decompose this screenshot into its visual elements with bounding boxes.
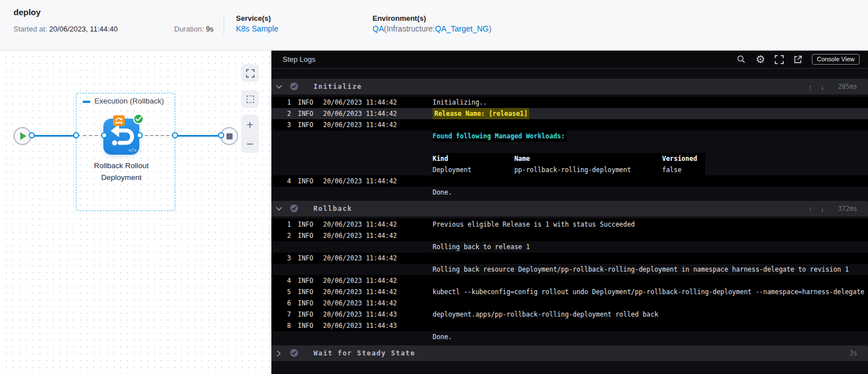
log-panel-title: Step Logs: [283, 55, 316, 64]
infrastructure-suffix: ): [489, 24, 492, 33]
infrastructure-prefix: (Infrastructure:: [384, 24, 435, 33]
log-row: 7INFO20/06/2023 11:44:43deployment.apps/…: [271, 309, 868, 320]
chevron-right-icon[interactable]: [277, 350, 281, 357]
environments-label: Environment(s): [372, 14, 426, 22]
log-row: 1INFO20/06/2023 11:44:42Initializing..: [271, 97, 868, 108]
search-icon[interactable]: [737, 55, 746, 64]
log-message: Done.: [433, 331, 452, 343]
log-line-number: 6: [271, 298, 291, 309]
started-at-value: 20/06/2023, 11:44:40: [49, 25, 118, 33]
log-level: INFO: [298, 175, 313, 187]
rolling-deployment-badge-icon: [113, 115, 125, 126]
duration: Duration: 9s: [174, 25, 213, 33]
log-timestamp: 20/06/2023 11:44:42: [323, 253, 397, 264]
chevron-down-icon[interactable]: [276, 85, 282, 89]
log-sections: Initialize↑↓285ms1INFO20/06/2023 11:44:4…: [271, 79, 868, 361]
zoom-in-button[interactable]: +: [247, 119, 253, 130]
fullscreen-icon[interactable]: [775, 55, 784, 64]
pipeline-canvas[interactable]: Execution (Rollback) </> R: [0, 51, 271, 374]
log-timestamp: 20/06/2023 11:44:42: [323, 275, 397, 286]
scroll-to-top-icon[interactable]: ↑: [808, 205, 812, 213]
infrastructure-link[interactable]: QA_Target_NG: [435, 24, 489, 33]
duration-value: 9s: [206, 25, 213, 33]
log-row: 6INFO20/06/2023 11:44:42: [271, 298, 868, 309]
started-at: Started at: 20/06/2023, 11:44:40: [13, 25, 118, 33]
log-section-header[interactable]: Rollback↑↓372ms: [271, 201, 868, 217]
section-success-icon: [290, 82, 298, 91]
section-duration: 3s: [833, 349, 857, 357]
environment-value: QA(Infrastructure:QA_Target_NG): [372, 24, 492, 33]
section-title: Wait for Steady State: [313, 349, 415, 357]
log-message: deployment.apps/pp-rollback-rolling-depl…: [433, 309, 658, 320]
zoom-out-button[interactable]: −: [247, 138, 253, 150]
port: [101, 132, 107, 138]
log-line-number: 3: [271, 253, 291, 264]
section-duration: 285ms: [833, 83, 857, 91]
log-message: kubectl --kubeconfig=config rollout undo…: [433, 286, 865, 298]
log-line-number: 7: [271, 309, 291, 320]
log-row: Kind Name Versioned: [271, 153, 868, 164]
service-link[interactable]: K8s Sample: [236, 24, 278, 33]
log-timestamp: 20/06/2023 11:44:42: [323, 119, 397, 130]
log-message: Release Name: [release1]: [433, 108, 529, 119]
chevron-down-icon[interactable]: [276, 207, 282, 211]
zoom-control: + −: [241, 115, 259, 153]
log-line-number: 2: [271, 230, 291, 241]
log-line-number: 8: [271, 320, 291, 331]
log-line-number: 3: [271, 119, 291, 130]
code-icon: </>: [129, 148, 137, 153]
section-success-icon: [290, 349, 298, 357]
execution-header: deploy Started at: 20/06/2023, 11:44:40 …: [0, 0, 868, 51]
log-level: INFO: [298, 108, 313, 119]
log-timestamp: 20/06/2023 11:44:42: [323, 97, 397, 108]
port: [29, 132, 35, 138]
scroll-to-bottom-icon[interactable]: ↓: [821, 205, 825, 213]
port: [172, 132, 178, 138]
log-row: 4INFO20/06/2023 11:44:42: [271, 275, 868, 286]
log-level: INFO: [298, 253, 313, 264]
services-label: Service(s): [236, 14, 271, 22]
connector-start-to-group: [30, 135, 76, 137]
log-toolbar: Step Logs ⚙ Console View: [271, 51, 868, 69]
log-timestamp: 20/06/2023 11:44:42: [323, 219, 397, 230]
group-collapse-dash-icon[interactable]: [83, 101, 90, 103]
log-message: Initializing..: [433, 97, 487, 108]
header-divider: [224, 15, 224, 36]
log-timestamp: 20/06/2023 11:44:42: [323, 108, 397, 119]
log-row: Done.: [271, 187, 868, 198]
port: [73, 132, 79, 138]
section-header-right: ↑↓285ms: [808, 79, 857, 94]
started-at-label: Started at:: [13, 25, 47, 33]
log-row: 2INFO20/06/2023 11:44:42Release Name: [r…: [271, 108, 868, 119]
status-success-icon: [133, 114, 144, 124]
zoom-to-fit-button[interactable]: [241, 64, 259, 82]
log-row: Rolling back to release 1: [271, 241, 868, 253]
log-row: Found following Managed Workloads:: [271, 130, 868, 142]
marquee-select-button[interactable]: [241, 90, 259, 108]
log-line-number: 4: [271, 275, 291, 286]
log-message: Done.: [433, 187, 452, 198]
log-timestamp: 20/06/2023 11:44:42: [323, 175, 397, 187]
log-timestamp: 20/06/2023 11:44:42: [323, 286, 397, 298]
stop-icon: [226, 133, 233, 139]
section-title: Initialize: [313, 83, 362, 91]
log-timestamp: 20/06/2023 11:44:42: [323, 298, 397, 309]
open-in-new-icon[interactable]: [793, 55, 802, 64]
settings-gear-icon[interactable]: ⚙: [756, 54, 765, 65]
log-row: Rolling back resource Deployment/pp-roll…: [271, 264, 868, 275]
marquee-icon: [247, 96, 254, 103]
scroll-to-bottom-icon[interactable]: ↓: [821, 83, 825, 91]
log-section-header[interactable]: Wait for Steady State3s: [271, 345, 868, 361]
log-level: INFO: [298, 119, 313, 130]
log-timestamp: 20/06/2023 11:44:42: [323, 230, 397, 241]
log-section-header[interactable]: Initialize↑↓285ms: [271, 79, 868, 94]
environment-link[interactable]: QA: [372, 24, 384, 33]
log-line-number: 4: [271, 175, 291, 187]
log-line-number: 1: [271, 97, 291, 108]
log-message: Deployment pp-rollback-rolling-deploymen…: [433, 164, 705, 175]
log-level: INFO: [298, 320, 313, 331]
log-line-number: 5: [271, 286, 291, 298]
section-duration: 372ms: [833, 205, 857, 213]
scroll-to-top-icon[interactable]: ↑: [808, 83, 812, 91]
console-view-button[interactable]: Console View: [812, 54, 860, 65]
